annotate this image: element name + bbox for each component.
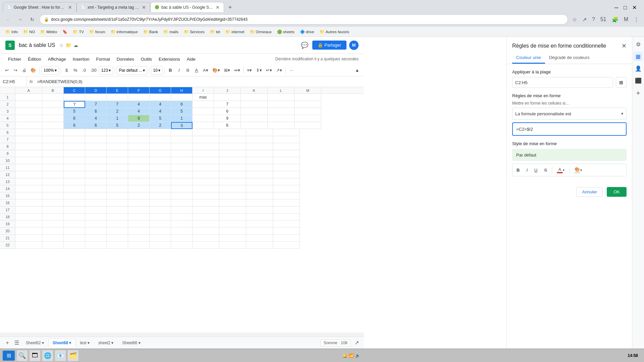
cell-j6[interactable] <box>219 129 246 136</box>
cell-e16[interactable] <box>107 199 128 206</box>
cell-e17[interactable] <box>107 206 128 214</box>
undo-button[interactable]: ↩ <box>3 66 11 75</box>
cell-k9[interactable] <box>246 150 273 157</box>
sheet-tab-test[interactable]: test ▾ <box>75 338 94 348</box>
add-rule-button[interactable]: + <box>633 88 644 99</box>
cell-l13[interactable] <box>273 178 300 185</box>
cell-a3[interactable] <box>15 108 42 115</box>
decimal0-button[interactable]: .0 <box>80 66 88 75</box>
cell-a18[interactable] <box>15 214 42 221</box>
bookmark-tel[interactable]: 📁tel <box>208 29 222 35</box>
side-icon-user[interactable]: 👤 <box>634 64 643 73</box>
cell-l15[interactable] <box>273 192 300 199</box>
cell-b7[interactable] <box>42 136 64 143</box>
sheet-tab-sheet68[interactable]: Sheet68 ▾ <box>48 338 75 347</box>
style-underline-button[interactable]: U <box>532 165 540 175</box>
cell-e7[interactable] <box>107 136 128 143</box>
cell-k8[interactable] <box>246 143 273 150</box>
bookmark-pin[interactable]: 🔖 <box>60 29 69 35</box>
row-header-20[interactable]: 20 <box>0 228 15 235</box>
cell-b10[interactable] <box>42 157 64 164</box>
cell-a14[interactable] <box>15 185 42 192</box>
cell-k7[interactable] <box>246 136 273 143</box>
cell-g16[interactable] <box>150 199 171 206</box>
user-avatar[interactable]: M <box>349 41 359 50</box>
cell-g2[interactable]: 4 <box>150 101 171 108</box>
cell-c10[interactable] <box>64 157 85 164</box>
cell-g8[interactable] <box>150 143 171 150</box>
cell-g22[interactable] <box>150 242 171 249</box>
folder-icon[interactable]: 📁 <box>66 43 71 48</box>
menu-format[interactable]: Format <box>94 55 113 63</box>
sheet-tab-sheet62[interactable]: Sheet62 ▾ <box>21 338 48 348</box>
style-fill-color-button[interactable]: 🎨 ▾ <box>572 165 585 175</box>
tab-1[interactable]: 📄 Google Sheet : How to format lin ✕ <box>3 2 76 12</box>
cloud-icon[interactable]: ☁ <box>73 43 78 48</box>
cell-d15[interactable] <box>85 192 107 199</box>
cell-k15[interactable] <box>246 192 273 199</box>
cell-i14[interactable] <box>193 185 219 192</box>
cell-e6[interactable] <box>107 129 128 136</box>
cell-d3[interactable]: 6 <box>85 108 107 115</box>
tab-degrade[interactable]: Dégradé de couleurs <box>545 52 594 64</box>
cell-d17[interactable] <box>85 206 107 214</box>
corner-cell[interactable] <box>0 87 15 94</box>
cell-a21[interactable] <box>15 235 42 242</box>
cell-k16[interactable] <box>246 199 273 206</box>
row-header-19[interactable]: 19 <box>0 221 15 228</box>
row-header-2[interactable]: 2 <box>0 101 15 108</box>
cell-g12[interactable] <box>150 171 171 178</box>
underline-button[interactable]: A <box>193 66 201 75</box>
cell-j7[interactable] <box>219 136 246 143</box>
col-header-f[interactable]: F <box>128 87 150 94</box>
cell-k5[interactable] <box>241 122 268 129</box>
cell-b22[interactable] <box>42 242 64 249</box>
menu-edition[interactable]: Édition <box>25 55 44 63</box>
col-header-j[interactable]: J <box>214 87 241 94</box>
cell-e4[interactable]: 1 <box>107 115 128 122</box>
cell-g9[interactable] <box>150 150 171 157</box>
cell-e9[interactable] <box>107 150 128 157</box>
cell-b2[interactable] <box>42 101 64 108</box>
cell-g14[interactable] <box>150 185 171 192</box>
halign-button[interactable]: ≡▾ <box>246 66 254 75</box>
cell-h2[interactable]: 6 <box>171 101 193 108</box>
zoom-dropdown[interactable]: 100% ▾ <box>41 66 59 75</box>
cell-l12[interactable] <box>273 171 300 178</box>
cell-g6[interactable] <box>150 129 171 136</box>
cell-a1[interactable] <box>15 94 42 101</box>
cell-k4[interactable] <box>241 115 268 122</box>
row-header-12[interactable]: 12 <box>0 171 15 178</box>
cell-c19[interactable] <box>64 221 85 228</box>
more-button[interactable]: ··· <box>287 66 296 75</box>
cell-j22[interactable] <box>219 242 246 249</box>
cell-d2[interactable]: 7 <box>85 101 107 108</box>
cell-f13[interactable] <box>128 178 150 185</box>
cell-i18[interactable] <box>193 214 219 221</box>
cell-a16[interactable] <box>15 199 42 206</box>
extension-51-button[interactable]: 51 <box>599 15 608 23</box>
cell-k14[interactable] <box>246 185 273 192</box>
tab-3-close[interactable]: ✕ <box>216 5 220 10</box>
col-header-c[interactable]: C <box>64 87 85 94</box>
cell-i8[interactable] <box>193 143 219 150</box>
cell-f4[interactable]: 9 <box>128 115 150 122</box>
row-header-5[interactable]: 5 <box>0 122 15 129</box>
cell-h11[interactable] <box>171 164 193 171</box>
cell-f12[interactable] <box>128 171 150 178</box>
tab-1-close[interactable]: ✕ <box>68 5 72 10</box>
cell-h14[interactable] <box>171 185 193 192</box>
cell-j16[interactable] <box>219 199 246 206</box>
cell-i16[interactable] <box>193 199 219 206</box>
cell-k2[interactable] <box>241 101 268 108</box>
side-icon-google-apps[interactable]: ⬛ <box>634 76 643 85</box>
cell-j5[interactable]: 6 <box>214 122 241 129</box>
cell-e15[interactable] <box>107 192 128 199</box>
cell-b8[interactable] <box>42 143 64 150</box>
cell-m5[interactable] <box>294 122 321 129</box>
cell-l9[interactable] <box>273 150 300 157</box>
cell-f7[interactable] <box>128 136 150 143</box>
panel-close-button[interactable]: ✕ <box>622 42 627 50</box>
cell-i7[interactable] <box>193 136 219 143</box>
cell-i2[interactable] <box>193 101 214 108</box>
